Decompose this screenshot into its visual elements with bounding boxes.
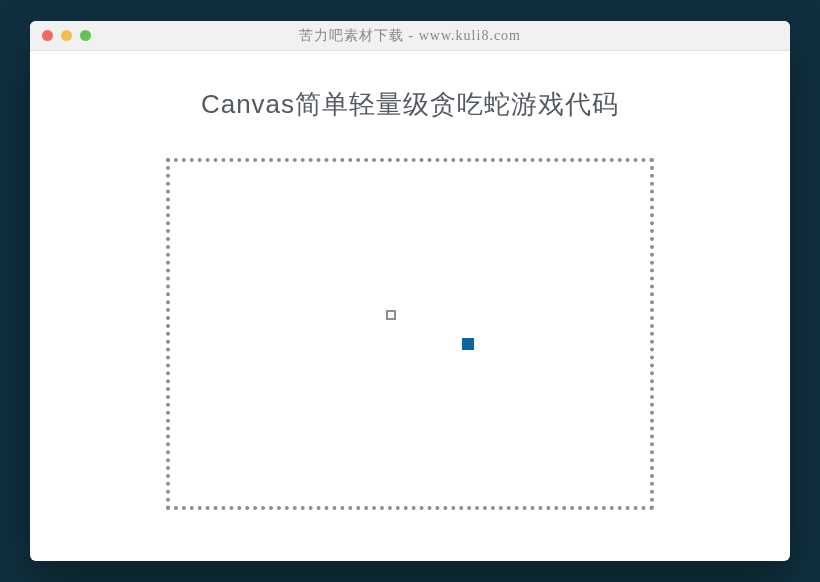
maximize-icon[interactable] (80, 30, 91, 41)
traffic-lights (30, 30, 91, 41)
food-block (462, 338, 474, 350)
window-title: 苦力吧素材下载 - www.kuli8.com (30, 27, 790, 45)
game-board[interactable] (166, 158, 654, 510)
page-title: Canvas简单轻量级贪吃蛇游戏代码 (30, 87, 790, 122)
titlebar: 苦力吧素材下载 - www.kuli8.com (30, 21, 790, 51)
page-content: Canvas简单轻量级贪吃蛇游戏代码 (30, 51, 790, 510)
snake-head (386, 310, 396, 320)
minimize-icon[interactable] (61, 30, 72, 41)
close-icon[interactable] (42, 30, 53, 41)
browser-window: 苦力吧素材下载 - www.kuli8.com Canvas简单轻量级贪吃蛇游戏… (30, 21, 790, 561)
